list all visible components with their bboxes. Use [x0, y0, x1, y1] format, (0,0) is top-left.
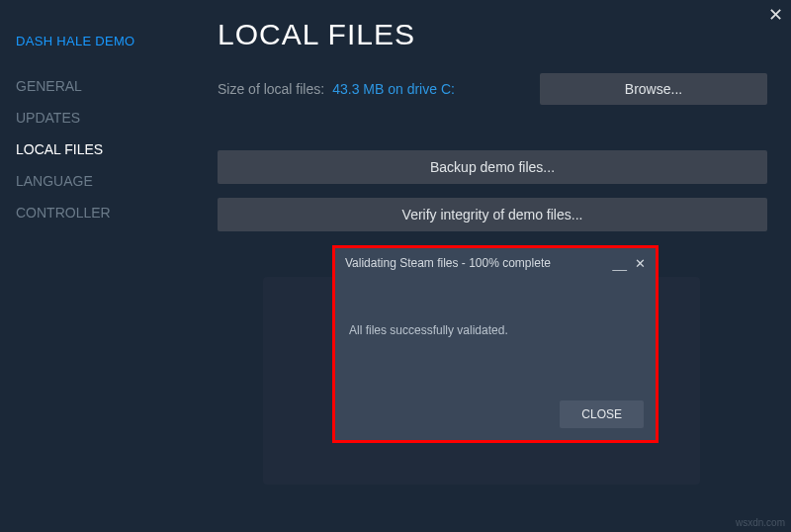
- app-title: DASH HALE DEMO: [16, 34, 182, 48]
- browse-button[interactable]: Browse...: [540, 73, 767, 105]
- watermark: wsxdn.com: [736, 517, 785, 528]
- sidebar: DASH HALE DEMO GENERAL UPDATES LOCAL FIL…: [0, 0, 198, 532]
- dialog-titlebar: Validating Steam files - 100% complete _…: [335, 248, 656, 278]
- dialog-footer: CLOSE: [335, 355, 656, 440]
- sidebar-item-general[interactable]: GENERAL: [16, 70, 182, 102]
- sidebar-item-updates[interactable]: UPDATES: [16, 102, 182, 133]
- validation-dialog: Validating Steam files - 100% complete _…: [332, 245, 659, 443]
- dialog-close-icon[interactable]: ✕: [635, 257, 646, 270]
- dialog-body: All files successfully validated.: [335, 278, 656, 355]
- backup-button[interactable]: Backup demo files...: [218, 150, 767, 184]
- sidebar-item-local-files[interactable]: LOCAL FILES: [16, 133, 182, 165]
- page-title: LOCAL FILES: [218, 18, 767, 51]
- verify-button[interactable]: Verify integrity of demo files...: [218, 198, 767, 231]
- dialog-title: Validating Steam files - 100% complete: [345, 256, 605, 270]
- main-content: LOCAL FILES Size of local files: 43.3 MB…: [218, 18, 767, 245]
- sidebar-item-language[interactable]: LANGUAGE: [16, 165, 182, 197]
- size-label: Size of local files:: [218, 81, 324, 97]
- minimize-icon[interactable]: __: [613, 257, 627, 270]
- sidebar-item-controller[interactable]: CONTROLLER: [16, 197, 182, 228]
- close-icon[interactable]: ✕: [768, 4, 783, 26]
- size-row: Size of local files: 43.3 MB on drive C:…: [218, 73, 767, 105]
- size-value-link[interactable]: 43.3 MB on drive C:: [332, 81, 455, 97]
- close-button[interactable]: CLOSE: [560, 400, 644, 428]
